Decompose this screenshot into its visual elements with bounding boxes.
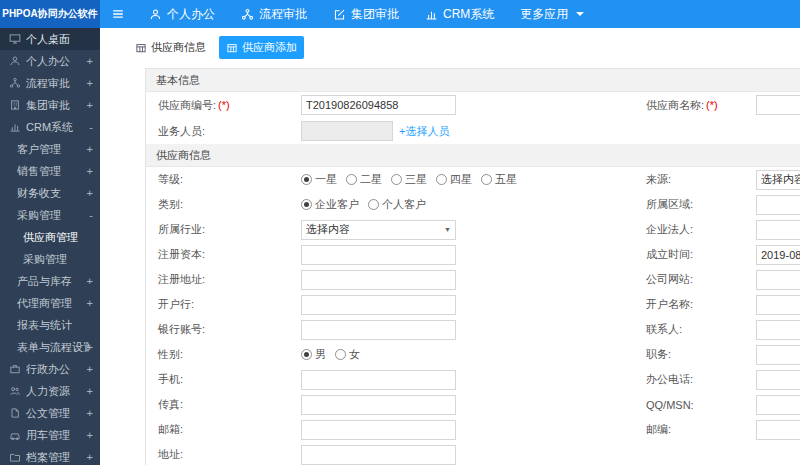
sidebar-item-personal-office[interactable]: 个人办公 + [0, 50, 100, 72]
expand-toggle[interactable]: + [87, 165, 93, 177]
sidebar-item-document-mgmt[interactable]: 公文管理 + [0, 402, 100, 424]
founded-date-input[interactable] [756, 245, 800, 265]
radio-option-personal[interactable]: 个人客户 [368, 197, 426, 212]
job-title-input[interactable] [756, 345, 800, 365]
section-header-basic: 基本信息 [146, 69, 800, 92]
label-text: 所属区域: [646, 197, 693, 212]
salesperson-input[interactable] [301, 121, 393, 141]
label-text: 来源: [646, 172, 671, 187]
tab-supplier-info[interactable]: 供应商信息 [128, 36, 213, 59]
expand-toggle[interactable]: + [87, 407, 93, 419]
field-control [756, 420, 800, 440]
legal-person-input[interactable] [756, 220, 800, 240]
sidebar-item-supplier-mgmt[interactable]: 供应商管理 [0, 226, 100, 248]
sidebar-item-admin-office[interactable]: 行政办公 + [0, 358, 100, 380]
sidebar-item-label: 客户管理 [17, 142, 61, 157]
flow-icon [241, 8, 254, 21]
registered-capital-input[interactable] [301, 245, 456, 265]
sidebar-item-agent-mgmt[interactable]: 代理商管理 + [0, 292, 100, 314]
supplier-code-input[interactable] [301, 95, 456, 115]
registered-address-input[interactable] [301, 270, 456, 290]
radio-option-grade-4[interactable]: 四星 [436, 172, 472, 187]
radio-option-enterprise[interactable]: 企业客户 [301, 197, 359, 212]
expand-toggle[interactable]: + [87, 187, 93, 199]
tab-bar: 供应商信息 供应商添加 [100, 28, 800, 59]
expand-toggle[interactable]: + [87, 341, 93, 353]
sidebar-item-group-approval[interactable]: 集团审批 + [0, 94, 100, 116]
expand-toggle[interactable]: + [87, 363, 93, 375]
sidebar-item-purchase-mgmt[interactable]: 采购管理 [0, 248, 100, 270]
expand-toggle[interactable]: + [87, 275, 93, 287]
email-input[interactable] [301, 420, 456, 440]
supplier-name-input[interactable] [756, 95, 800, 115]
field-control [301, 320, 646, 340]
expand-toggle[interactable]: + [87, 143, 93, 155]
nav-process-approval[interactable]: 流程审批 [228, 0, 320, 28]
sidebar-item-procurement[interactable]: 采购管理 - [0, 204, 100, 226]
sidebar-item-reports[interactable]: 报表与统计 [0, 314, 100, 336]
mobile-input[interactable] [301, 370, 456, 390]
field-control [756, 320, 800, 340]
expand-toggle[interactable]: + [87, 55, 93, 67]
form-row-category: 类别: 企业客户 个人客户 所属区域: [146, 192, 800, 217]
expand-toggle[interactable]: + [87, 429, 93, 441]
field-control [301, 370, 646, 390]
account-name-input[interactable] [756, 295, 800, 315]
sidebar-item-customer-mgmt[interactable]: 客户管理 + [0, 138, 100, 160]
sidebar-item-crm[interactable]: CRM系统 - [0, 116, 100, 138]
sidebar-item-label: 供应商管理 [23, 230, 78, 245]
industry-select[interactable]: 选择内容 ▼ [301, 220, 456, 240]
radio-option-grade-1[interactable]: 一星 [301, 172, 337, 187]
form-row-industry: 所属行业: 选择内容 ▼ 企业法人: [146, 217, 800, 242]
field-label: 邮编: [646, 422, 756, 437]
expand-toggle[interactable]: + [87, 99, 93, 111]
radio-option-grade-5[interactable]: 五星 [481, 172, 517, 187]
supplier-form-card: 基本信息 供应商编号: (*) 供应商名称: (*) 业务人员: [145, 68, 800, 465]
sidebar-item-hr[interactable]: 人力资源 + [0, 380, 100, 402]
sidebar-item-finance[interactable]: 财务收支 + [0, 182, 100, 204]
expand-toggle[interactable]: + [87, 297, 93, 309]
website-input[interactable] [756, 270, 800, 290]
label-text: 所属行业: [158, 222, 205, 237]
radio-option-female[interactable]: 女 [335, 347, 360, 362]
zip-input[interactable] [756, 420, 800, 440]
nav-label: 流程审批 [259, 6, 307, 23]
bank-account-input[interactable] [301, 320, 456, 340]
sidebar-item-process-approval[interactable]: 流程审批 + [0, 72, 100, 94]
radio-option-grade-3[interactable]: 三星 [391, 172, 427, 187]
sidebar-item-vehicle-mgmt[interactable]: 用车管理 + [0, 424, 100, 446]
sidebar-item-archive-mgmt[interactable]: 档案管理 + [0, 446, 100, 465]
address-input[interactable] [301, 445, 456, 465]
nav-more-apps[interactable]: 更多应用 [507, 0, 597, 28]
radio-option-male[interactable]: 男 [301, 347, 326, 362]
nav-personal-office[interactable]: 个人办公 [136, 0, 228, 28]
qq-msn-input[interactable] [756, 395, 800, 415]
tab-supplier-add[interactable]: 供应商添加 [219, 36, 304, 59]
sidebar-item-form-flow-settings[interactable]: 表单与流程设置 + [0, 336, 100, 358]
sidebar-item-sales-mgmt[interactable]: 销售管理 + [0, 160, 100, 182]
field-control [301, 270, 646, 290]
collapse-toggle[interactable]: - [89, 209, 93, 221]
office-phone-input[interactable] [756, 370, 800, 390]
field-label: 地址: [146, 447, 301, 462]
source-select[interactable]: 选择内容 ▼ [756, 170, 800, 190]
field-label: 成立时间: [646, 247, 756, 262]
expand-toggle[interactable]: + [87, 451, 93, 463]
menu-toggle-icon[interactable] [100, 0, 136, 28]
sidebar-item-product-inventory[interactable]: 产品与库存 + [0, 270, 100, 292]
expand-toggle[interactable]: + [87, 77, 93, 89]
nav-crm-system[interactable]: CRM系统 [412, 0, 507, 28]
contact-input[interactable] [756, 320, 800, 340]
nav-label: 更多应用 [520, 6, 568, 23]
radio-option-grade-2[interactable]: 二星 [346, 172, 382, 187]
table-icon [226, 42, 238, 54]
fax-input[interactable] [301, 395, 456, 415]
region-input[interactable] [756, 195, 800, 215]
collapse-toggle[interactable]: - [89, 121, 93, 133]
bank-input[interactable] [301, 295, 456, 315]
sidebar-item-desktop[interactable]: 个人桌面 [0, 28, 100, 50]
field-control [756, 220, 800, 240]
choose-person-link[interactable]: +选择人员 [399, 124, 449, 139]
expand-toggle[interactable]: + [87, 385, 93, 397]
nav-group-approval[interactable]: 集团审批 [320, 0, 412, 28]
